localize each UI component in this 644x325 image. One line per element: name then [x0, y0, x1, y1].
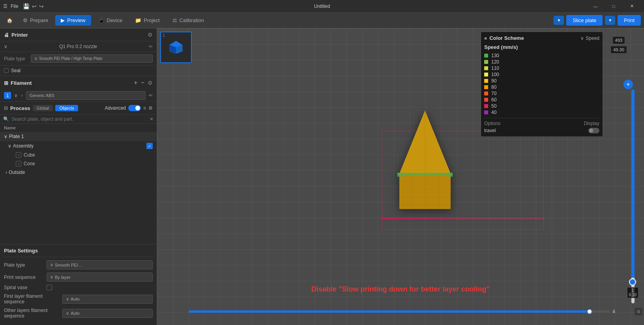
prepare-icon: ⚙	[23, 17, 28, 23]
filament-settings-icon[interactable]: ⚙	[148, 80, 153, 86]
timeline-track[interactable]	[189, 310, 609, 313]
home-button[interactable]: 🏠	[3, 14, 16, 27]
travel-toggle[interactable]	[588, 128, 599, 133]
filament-icon: ⊞	[4, 80, 8, 86]
slider-value: 4	[612, 309, 620, 314]
tab-device[interactable]: 📱 Device	[93, 15, 128, 26]
plate-settings: Plate Settings Plate type ∨ Smooth PEI .…	[0, 245, 157, 325]
speed-value: 40	[491, 110, 496, 115]
tree-name-header: Name	[0, 124, 157, 132]
close-button[interactable]: ✕	[623, 0, 641, 13]
window-controls: — □ ✕	[586, 0, 641, 13]
speed-value: 90	[491, 78, 496, 84]
speed-entry: 100	[484, 71, 599, 78]
maximize-button[interactable]: □	[605, 0, 623, 13]
timeline-thumb[interactable]	[587, 309, 592, 314]
filament-name-value[interactable]: Generic ABS	[26, 91, 146, 100]
speed-value: 110	[491, 65, 499, 71]
center-viewport: 1	[157, 28, 644, 325]
cs-speed-label: Speed (mm/s)	[484, 44, 599, 50]
model-svg	[386, 106, 464, 217]
search-input[interactable]	[11, 116, 147, 122]
other-layers-chevron: ∨	[66, 311, 69, 316]
plate-type-row: Plate type ∨ Smooth PEI Plate / High Tem…	[0, 52, 157, 65]
plate-type-setting-value[interactable]: ∨ Smooth PEI ...	[47, 260, 153, 269]
first-layer-chevron: ∨	[66, 297, 69, 302]
speed-entry: 110	[484, 65, 599, 71]
printer-edit-icon[interactable]: ✏	[149, 44, 153, 49]
print-dropdown-arrow[interactable]: ▼	[605, 16, 615, 25]
filament-add-icon[interactable]: +	[134, 79, 137, 86]
first-layer-filament-label: First layer filament sequence	[4, 293, 59, 304]
cube-tree-icon: +	[16, 152, 21, 158]
cs-speed-selector[interactable]: ∨ Speed	[580, 35, 599, 41]
seal-checkbox[interactable]	[4, 68, 9, 73]
print-sequence-value[interactable]: ∨ By layer	[47, 273, 153, 282]
printer-settings-icon[interactable]: ⚙	[148, 32, 153, 38]
tab-global[interactable]: Global	[33, 105, 53, 111]
file-menu[interactable]: ☰ File	[3, 4, 18, 9]
tree-plate[interactable]: ∨ Plate 1	[0, 132, 157, 141]
minimize-button[interactable]: —	[586, 0, 605, 13]
tab-preview[interactable]: ▶ Preview	[55, 15, 91, 26]
plate-type-dropdown[interactable]: ∨ Smooth PEI Plate / High Temp Plate	[31, 54, 153, 63]
cs-options-row: Options Display	[484, 121, 599, 126]
model-area	[386, 106, 464, 217]
printer-section-title: 🖨 Printer	[4, 32, 28, 38]
assembly-checkbox[interactable]: ✓	[146, 143, 153, 149]
advanced-toggle[interactable]	[128, 105, 141, 111]
spiral-vase-checkbox[interactable]	[47, 285, 52, 290]
tab-objects[interactable]: Objects	[55, 105, 78, 111]
filament-edit-icon[interactable]: ✏	[149, 93, 153, 98]
speed-entry: 130	[484, 52, 599, 59]
process-list-icon[interactable]: ≡	[143, 105, 146, 111]
vertical-layer-slider[interactable]	[629, 278, 636, 286]
thumbnail-panel[interactable]: 1	[160, 32, 192, 63]
title-bar-icons: 💾 ↩ ↪	[23, 3, 44, 9]
printer-name-value: Q1 Pro 0.2 nozzle	[59, 44, 97, 49]
filament-item: 1 ∨ ● Generic ABS ✏	[0, 90, 157, 101]
print-button[interactable]: Print	[618, 15, 641, 26]
tree-item-cone[interactable]: + Cone	[0, 159, 157, 168]
printer-name-chevron: ∨	[4, 44, 7, 49]
device-icon: 📱	[98, 17, 105, 23]
undo-icon[interactable]: ↩	[32, 3, 37, 9]
tab-prepare[interactable]: ⚙ Prepare	[17, 15, 54, 26]
redo-icon[interactable]: ↪	[39, 3, 44, 9]
file-label[interactable]: File	[11, 4, 18, 9]
speed-color-dot	[484, 92, 488, 95]
save-icon[interactable]: 💾	[23, 3, 30, 9]
filament-remove-icon[interactable]: −	[141, 79, 144, 86]
slice-dropdown-arrow[interactable]: ▼	[554, 16, 564, 25]
plate-type-value-text: Smooth PEI Plate / High Temp Plate	[39, 56, 102, 61]
plate-type-chevron: ∨	[34, 56, 37, 61]
cone-tree-icon: +	[16, 161, 21, 166]
speed-color-dot	[484, 60, 488, 64]
add-object-button[interactable]: +	[623, 80, 633, 89]
assembly-chevron-icon: ∨	[8, 143, 11, 149]
tab-calibration[interactable]: ⚖ Calibration	[167, 15, 210, 26]
tree-item-cube[interactable]: + Cube	[0, 151, 157, 159]
process-right: Advanced ≡ ⚙	[105, 105, 153, 111]
layer-view-icon[interactable]: ≡	[635, 308, 642, 316]
slice-plate-button[interactable]: Slice plate	[566, 15, 603, 26]
clear-search-icon[interactable]: ✕	[150, 116, 154, 122]
process-title: Process	[10, 105, 30, 111]
layer-info-box: 1 0.10	[627, 287, 638, 298]
printer-name-row: ∨ Q1 Pro 0.2 nozzle ✏	[0, 41, 157, 52]
travel-label: travel	[484, 128, 496, 133]
cs-collapse-icon[interactable]: «	[484, 35, 487, 41]
calibration-icon: ⚖	[172, 17, 177, 23]
process-settings-icon[interactable]: ⚙	[148, 105, 153, 111]
main-layout: 🖨 Printer ⚙ ∨ Q1 Pro 0.2 nozzle ✏ Plate …	[0, 28, 644, 325]
filament-title: ⊞ Filament	[4, 80, 32, 86]
timeline-bar: 4	[189, 308, 620, 316]
first-layer-filament-value[interactable]: ∨ Auto	[62, 295, 153, 304]
tab-project[interactable]: 📁 Project	[129, 15, 165, 26]
tree-assembly[interactable]: ∨ Assembly ✓	[0, 141, 157, 151]
tree-outside[interactable]: › Outside	[0, 168, 157, 177]
filament-controls: + − ⚙	[134, 79, 153, 86]
speed-entry: 60	[484, 97, 599, 103]
other-layers-filament-value[interactable]: ∨ Auto	[62, 309, 153, 318]
speed-color-dot	[484, 79, 488, 83]
